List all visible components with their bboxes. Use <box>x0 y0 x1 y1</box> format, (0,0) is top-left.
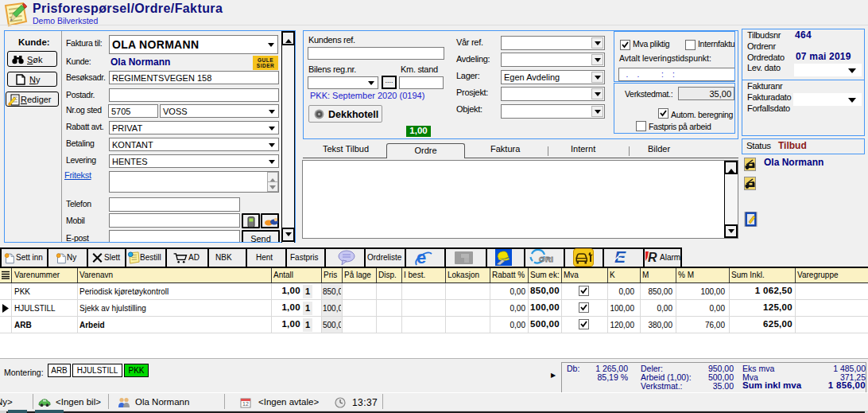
svg-text:E: E <box>614 248 626 266</box>
svg-text:ORI: ORI <box>539 255 553 263</box>
svg-text:12: 12 <box>242 401 249 407</box>
svg-text:R: R <box>648 251 657 263</box>
